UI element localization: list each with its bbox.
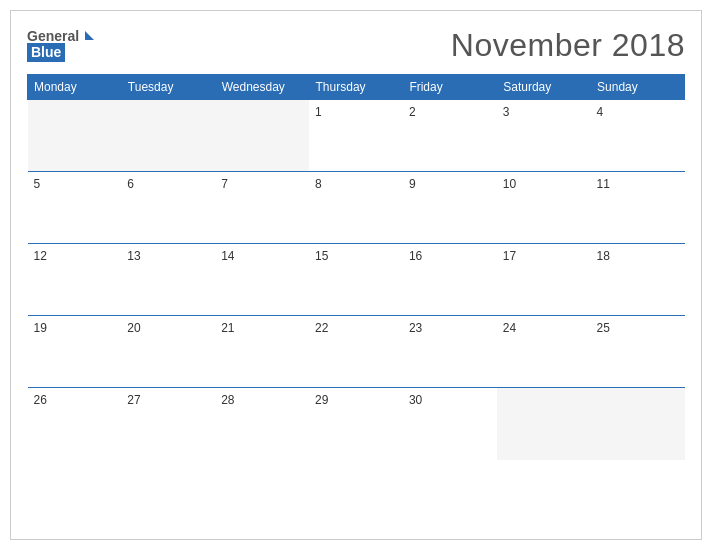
header-saturday: Saturday <box>497 75 591 100</box>
header-tuesday: Tuesday <box>121 75 215 100</box>
day-number: 7 <box>221 177 228 191</box>
logo-blue-line: Blue <box>27 43 65 62</box>
day-number: 24 <box>503 321 516 335</box>
day-number: 26 <box>34 393 47 407</box>
week-row-3: 12131415161718 <box>28 244 685 316</box>
day-number: 13 <box>127 249 140 263</box>
logo-general-text: General <box>27 28 79 44</box>
calendar-cell: 7 <box>215 172 309 244</box>
calendar-cell: 4 <box>591 100 685 172</box>
calendar-cell: 28 <box>215 388 309 460</box>
calendar-cell: 12 <box>28 244 122 316</box>
calendar-cell: 2 <box>403 100 497 172</box>
weekday-header-row: Monday Tuesday Wednesday Thursday Friday… <box>28 75 685 100</box>
week-row-2: 567891011 <box>28 172 685 244</box>
day-number: 5 <box>34 177 41 191</box>
logo-general: General <box>27 29 94 43</box>
logo: General Blue <box>27 29 94 62</box>
day-number: 27 <box>127 393 140 407</box>
day-number: 22 <box>315 321 328 335</box>
day-number: 12 <box>34 249 47 263</box>
day-number: 16 <box>409 249 422 263</box>
day-number: 30 <box>409 393 422 407</box>
day-number: 20 <box>127 321 140 335</box>
calendar-cell: 6 <box>121 172 215 244</box>
month-title: November 2018 <box>451 27 685 64</box>
header-friday: Friday <box>403 75 497 100</box>
calendar-cell: 3 <box>497 100 591 172</box>
calendar-cell: 25 <box>591 316 685 388</box>
calendar-cell: 17 <box>497 244 591 316</box>
calendar-cell: 23 <box>403 316 497 388</box>
header-monday: Monday <box>28 75 122 100</box>
day-number: 6 <box>127 177 134 191</box>
day-number: 21 <box>221 321 234 335</box>
calendar-grid: Monday Tuesday Wednesday Thursday Friday… <box>27 74 685 460</box>
calendar-cell: 8 <box>309 172 403 244</box>
week-row-5: 2627282930 <box>28 388 685 460</box>
calendar-cell: 19 <box>28 316 122 388</box>
calendar-cell: 20 <box>121 316 215 388</box>
day-number: 19 <box>34 321 47 335</box>
calendar-cell: 9 <box>403 172 497 244</box>
calendar-cell: 14 <box>215 244 309 316</box>
calendar-cell: 15 <box>309 244 403 316</box>
calendar-cell: 29 <box>309 388 403 460</box>
calendar-cell: 16 <box>403 244 497 316</box>
header-wednesday: Wednesday <box>215 75 309 100</box>
week-row-1: 1234 <box>28 100 685 172</box>
day-number: 10 <box>503 177 516 191</box>
day-number: 29 <box>315 393 328 407</box>
day-number: 1 <box>315 105 322 119</box>
calendar-cell: 18 <box>591 244 685 316</box>
calendar-cell <box>121 100 215 172</box>
calendar-cell: 27 <box>121 388 215 460</box>
logo-blue-text: Blue <box>27 43 65 62</box>
week-row-4: 19202122232425 <box>28 316 685 388</box>
calendar-header: General Blue November 2018 <box>27 27 685 64</box>
calendar-cell <box>497 388 591 460</box>
day-number: 9 <box>409 177 416 191</box>
day-number: 23 <box>409 321 422 335</box>
calendar-cell: 24 <box>497 316 591 388</box>
day-number: 15 <box>315 249 328 263</box>
day-number: 18 <box>597 249 610 263</box>
logo-triangle-icon <box>85 31 94 40</box>
header-sunday: Sunday <box>591 75 685 100</box>
calendar-container: General Blue November 2018 Monday Tuesda… <box>10 10 702 540</box>
calendar-cell: 26 <box>28 388 122 460</box>
calendar-cell: 10 <box>497 172 591 244</box>
calendar-cell <box>591 388 685 460</box>
calendar-cell: 1 <box>309 100 403 172</box>
calendar-cell: 5 <box>28 172 122 244</box>
header-thursday: Thursday <box>309 75 403 100</box>
day-number: 11 <box>597 177 610 191</box>
calendar-cell: 22 <box>309 316 403 388</box>
calendar-cell: 30 <box>403 388 497 460</box>
calendar-cell <box>215 100 309 172</box>
day-number: 8 <box>315 177 322 191</box>
calendar-cell: 21 <box>215 316 309 388</box>
day-number: 28 <box>221 393 234 407</box>
day-number: 17 <box>503 249 516 263</box>
day-number: 3 <box>503 105 510 119</box>
calendar-cell <box>28 100 122 172</box>
day-number: 2 <box>409 105 416 119</box>
day-number: 14 <box>221 249 234 263</box>
day-number: 4 <box>597 105 604 119</box>
day-number: 25 <box>597 321 610 335</box>
calendar-cell: 11 <box>591 172 685 244</box>
calendar-cell: 13 <box>121 244 215 316</box>
